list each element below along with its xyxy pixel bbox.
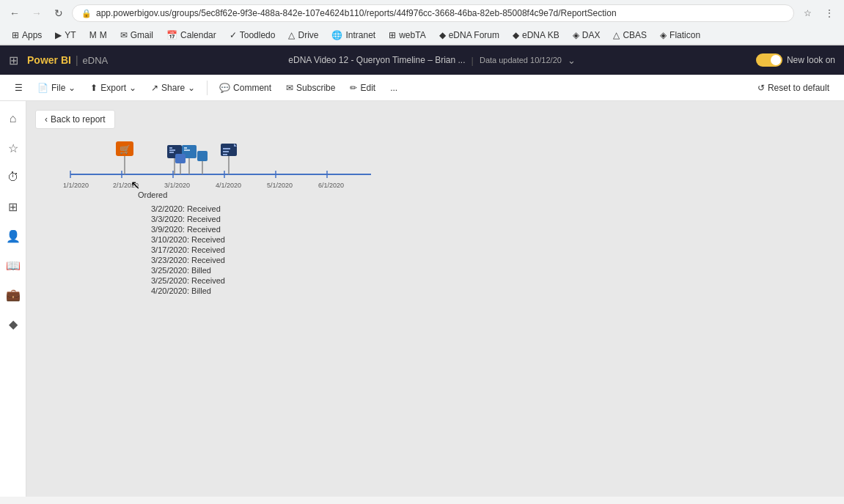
apps-grid-icon[interactable]: ⊞: [9, 53, 18, 67]
svg-rect-19: [169, 149, 175, 151]
bookmark-calendar-label: Calendar: [180, 30, 216, 40]
edit-icon: ✏: [350, 83, 357, 93]
svg-rect-34: [223, 154, 227, 155]
sidebar-item-apps[interactable]: ⊞: [1, 195, 25, 218]
bookmark-intranet[interactable]: 🌐Intranet: [326, 28, 381, 42]
file-button[interactable]: 📄 File ⌄: [32, 80, 81, 96]
bookmark-cbas-icon: △: [613, 30, 620, 40]
report-canvas: ‹ Back to report 1/1/2020 2/1/202: [26, 101, 844, 497]
bookmark-m-icon: M: [89, 30, 97, 40]
bookmark-intranet-label: Intranet: [345, 30, 375, 40]
browser-menu-button[interactable]: ⋮: [821, 4, 838, 22]
back-to-report-label: Back to report: [51, 114, 106, 125]
nav-reload-button[interactable]: ↻: [50, 4, 67, 22]
bookmark-dax[interactable]: ◈DAX: [567, 28, 606, 42]
subscribe-button[interactable]: ✉ Subscribe: [280, 80, 341, 96]
sidebar-item-learn[interactable]: 📖: [1, 253, 25, 277]
address-bar[interactable]: 🔒 app.powerbigov.us/groups/5ec8f62e-9f3e…: [72, 4, 794, 22]
svg-text:6/1/2020: 6/1/2020: [318, 182, 344, 189]
bookmark-apps-label: Apps: [22, 30, 42, 40]
sidebar-item-dataflows[interactable]: ◆: [1, 312, 25, 336]
bookmark-edna-forum-icon: ◆: [439, 30, 446, 40]
bookmark-cbas-label: CBAS: [623, 30, 647, 40]
bookmark-edna-forum[interactable]: ◆eDNA Forum: [433, 28, 505, 42]
bookmark-cbas[interactable]: △CBAS: [607, 28, 653, 42]
comment-label: Comment: [233, 83, 271, 93]
bookmark-yt[interactable]: ▶YT: [49, 28, 81, 42]
sidebar-item-recent[interactable]: ⏱: [1, 166, 25, 189]
left-sidebar: ⌂☆⏱⊞👤📖💼◆: [0, 101, 26, 497]
bookmark-calendar[interactable]: 📅Calendar: [161, 28, 222, 42]
power-bi-text: Power BI: [27, 54, 71, 66]
export-label: Export: [100, 83, 126, 93]
edit-button[interactable]: ✏ Edit: [344, 80, 381, 96]
svg-text:5/1/2020: 5/1/2020: [267, 182, 293, 189]
bookmark-edna-kb[interactable]: ◆eDNA KB: [507, 28, 565, 42]
svg-rect-26: [175, 154, 186, 163]
nav-back-button[interactable]: ←: [6, 4, 23, 22]
data-updated-chevron[interactable]: ⌄: [568, 55, 576, 66]
export-button[interactable]: ⬆ Export ⌄: [84, 80, 142, 96]
main-layout: ⌂☆⏱⊞👤📖💼◆ ‹ Back to report: [0, 101, 844, 497]
file-label: File: [51, 83, 65, 93]
new-look-label: New look on: [787, 55, 835, 65]
more-button[interactable]: ...: [384, 80, 403, 96]
svg-rect-28: [197, 151, 208, 161]
sidebar-item-shared[interactable]: 👤: [1, 224, 25, 248]
bookmark-intranet-icon: 🌐: [331, 30, 342, 40]
share-chevron: ⌄: [188, 83, 195, 93]
svg-text:3/1/2020: 3/1/2020: [164, 182, 190, 189]
bookmark-m-label: M: [100, 30, 107, 40]
svg-rect-20: [169, 152, 174, 153]
bookmark-gmail[interactable]: ✉Gmail: [114, 28, 159, 42]
list-item: 4/20/2020: Billed: [151, 286, 225, 296]
power-bi-logo: Power BI | eDNA: [27, 54, 108, 66]
back-to-report-button[interactable]: ‹ Back to report: [35, 110, 115, 129]
bookmark-dax-icon: ◈: [573, 30, 579, 40]
svg-rect-32: [223, 148, 230, 149]
svg-rect-23: [184, 147, 187, 149]
bookmark-toodledo-label: Toodledo: [240, 30, 276, 40]
lock-icon: 🔒: [81, 9, 92, 18]
bookmark-gmail-icon: ✉: [120, 30, 128, 40]
export-icon: ⬆: [90, 83, 98, 93]
file-icon: 📄: [37, 83, 48, 93]
list-item: 3/9/2020: Received: [151, 224, 225, 234]
hamburger-menu-button[interactable]: ☰: [9, 80, 29, 96]
bookmark-gmail-label: Gmail: [131, 30, 153, 40]
svg-rect-18: [169, 147, 172, 149]
bookmark-drive[interactable]: △Drive: [282, 28, 324, 42]
list-item: 3/10/2020: Received: [151, 234, 225, 245]
bookmark-star-button[interactable]: ☆: [799, 4, 816, 22]
report-title: eDNA Video 12 - Queryon Timeline – Brian…: [288, 55, 465, 65]
bookmark-drive-icon: △: [288, 30, 295, 40]
bookmark-drive-label: Drive: [298, 30, 318, 40]
reset-icon: ↺: [757, 83, 765, 93]
sidebar-item-home[interactable]: ⌂: [1, 107, 25, 130]
export-chevron: ⌄: [129, 83, 136, 93]
bookmark-edna-kb-icon: ◆: [513, 30, 519, 40]
app-header: ⊞ Power BI | eDNA eDNA Video 12 - Queryo…: [0, 45, 844, 75]
subscribe-icon: ✉: [286, 83, 293, 93]
reset-to-default-button[interactable]: ↺ Reset to default: [752, 80, 835, 96]
bookmark-dax-label: DAX: [582, 30, 601, 40]
comment-button[interactable]: 💬 Comment: [213, 80, 277, 96]
bookmark-m[interactable]: MM: [84, 28, 113, 42]
bookmark-apps[interactable]: ⊞Apps: [6, 28, 48, 42]
nav-forward-button[interactable]: →: [28, 4, 45, 22]
workspace-separator: |: [76, 54, 78, 66]
svg-text:4/1/2020: 4/1/2020: [216, 182, 241, 189]
share-label: Share: [161, 83, 185, 93]
timeline-container: 1/1/2020 2/1/2020 3/1/2020 4/1/2020 5/1/…: [48, 138, 822, 199]
bookmark-webtA-icon: ⊞: [389, 30, 396, 40]
new-look-toggle[interactable]: [756, 53, 782, 67]
bookmark-flaticon[interactable]: ◈Flaticon: [654, 28, 706, 42]
sidebar-item-favorites[interactable]: ☆: [1, 136, 25, 160]
comment-icon: 💬: [219, 83, 230, 93]
bookmark-toodledo[interactable]: ✓Toodledo: [224, 28, 282, 42]
list-item: 3/2/2020: Received: [151, 204, 225, 214]
bookmark-webtA[interactable]: ⊞webTA: [383, 28, 431, 42]
list-item: 3/23/2020: Received: [151, 255, 225, 265]
sidebar-item-workspaces[interactable]: 💼: [1, 283, 25, 306]
share-button[interactable]: ↗ Share ⌄: [145, 80, 201, 96]
